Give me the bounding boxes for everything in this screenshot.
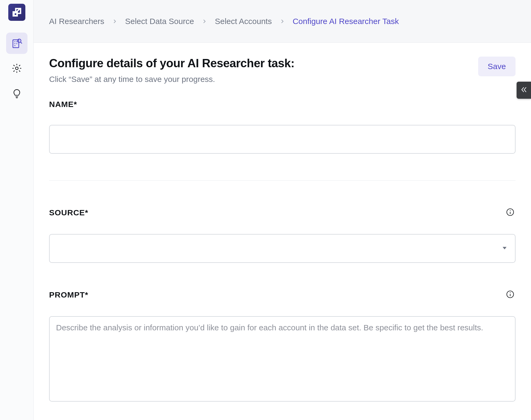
info-icon [506,208,515,218]
lightbulb-icon [12,88,22,98]
name-label-text: NAME [49,100,74,109]
logo-icon [12,7,22,17]
svg-point-14 [510,210,511,211]
sidebar-item-settings[interactable] [6,58,27,79]
app-root: AI Researchers Select Data Source Select… [0,0,531,420]
page-header: Configure details of your AI Researcher … [49,57,516,84]
page-subtitle: Click “Save” at any time to save your pr… [49,75,295,84]
chevron-right-icon [112,19,117,24]
main-column: AI Researchers Select Data Source Select… [34,0,531,420]
page-title: Configure details of your AI Researcher … [49,57,295,70]
sidebar-item-ai-researchers[interactable] [6,33,27,54]
required-indicator: * [85,290,88,299]
chevron-right-icon [280,19,285,24]
svg-rect-1 [15,13,16,15]
field-block-prompt: PROMPT* [49,290,516,403]
breadcrumb-item-select-data-source[interactable]: Select Data Source [125,17,194,26]
panel-collapse-handle[interactable] [517,82,531,99]
field-block-name: NAME* [49,100,516,154]
name-input[interactable] [49,125,516,154]
building-search-icon [11,37,23,49]
source-select[interactable] [49,234,516,263]
field-block-source: SOURCE* [49,207,516,263]
app-logo[interactable] [8,4,25,21]
prompt-info-button[interactable] [505,290,516,300]
name-label: NAME* [49,100,77,109]
chevrons-left-icon [520,86,528,95]
breadcrumb-item-ai-researchers[interactable]: AI Researchers [49,17,104,26]
prompt-label: PROMPT* [49,290,88,299]
breadcrumb: AI Researchers Select Data Source Select… [34,0,531,43]
sidebar-item-tips[interactable] [6,83,27,104]
source-info-button[interactable] [505,207,516,218]
source-label-text: SOURCE [49,208,85,217]
svg-line-9 [20,42,22,43]
content-area: Configure details of your AI Researcher … [34,43,531,420]
info-icon [506,290,515,300]
required-indicator: * [74,100,77,109]
prompt-textarea[interactable] [49,316,516,402]
sidebar [0,0,34,420]
required-indicator: * [85,208,88,217]
section-divider [49,180,516,181]
breadcrumb-item-configure-task: Configure AI Researcher Task [293,17,399,26]
svg-point-8 [17,39,21,42]
breadcrumb-item-select-accounts[interactable]: Select Accounts [215,17,272,26]
chevron-right-icon [202,19,207,24]
svg-point-18 [510,292,511,293]
prompt-label-text: PROMPT [49,290,85,299]
gear-icon [11,63,22,74]
svg-point-10 [15,67,18,70]
source-label: SOURCE* [49,208,88,217]
save-button[interactable]: Save [478,57,516,76]
